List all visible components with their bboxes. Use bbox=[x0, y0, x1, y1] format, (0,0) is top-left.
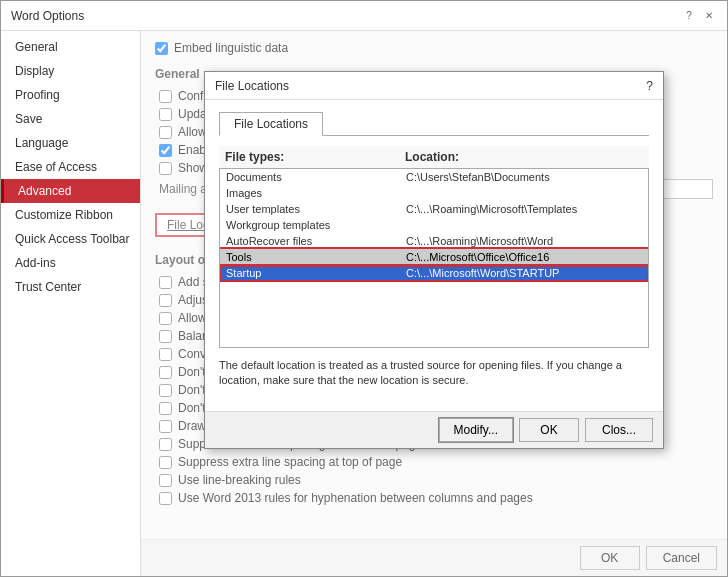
sidebar-item-trust-center[interactable]: Trust Center bbox=[1, 275, 140, 299]
dialog-tab-file-locations[interactable]: File Locations bbox=[219, 112, 323, 136]
title-bar-controls: ? ✕ bbox=[681, 8, 717, 24]
file-loc-images bbox=[406, 187, 642, 199]
sidebar-item-save[interactable]: Save bbox=[1, 107, 140, 131]
file-type-documents: Documents bbox=[226, 171, 406, 183]
file-type-startup: Startup bbox=[226, 267, 406, 279]
col-location-header: Location: bbox=[405, 150, 643, 164]
file-type-user-templates: User templates bbox=[226, 203, 406, 215]
file-loc-startup: C:\...\Microsoft\Word\STARTUP bbox=[406, 267, 642, 279]
sidebar-item-quick-access[interactable]: Quick Access Toolbar bbox=[1, 227, 140, 251]
file-row-workgroup-templates[interactable]: Workgroup templates bbox=[220, 217, 648, 233]
file-type-tools: Tools bbox=[226, 251, 406, 263]
sidebar: General Display Proofing Save Language E… bbox=[1, 31, 141, 576]
dialog-help-button[interactable]: ? bbox=[646, 79, 653, 93]
sidebar-item-language[interactable]: Language bbox=[1, 131, 140, 155]
dialog-title-bar: File Locations ? bbox=[205, 72, 663, 100]
file-loc-user-templates: C:\...\Roaming\Microsoft\Templates bbox=[406, 203, 642, 215]
dialog-ok-button[interactable]: OK bbox=[519, 418, 579, 442]
sidebar-item-proofing[interactable]: Proofing bbox=[1, 83, 140, 107]
col-type-header: File types: bbox=[225, 150, 405, 164]
content-area: General Display Proofing Save Language E… bbox=[1, 31, 727, 576]
dialog-footer: Modify... OK Clos... bbox=[205, 411, 663, 448]
file-types-header: File types: Location: bbox=[219, 146, 649, 168]
word-options-window: Word Options ? ✕ General Display Proofin… bbox=[0, 0, 728, 577]
dialog-body: File Locations File types: Location: Doc… bbox=[205, 100, 663, 411]
file-loc-tools: C:\...Microsoft\Office\Office16 bbox=[406, 251, 642, 263]
modify-button[interactable]: Modify... bbox=[439, 418, 513, 442]
dialog-overlay: File Locations ? File Locations File typ… bbox=[141, 31, 727, 576]
file-loc-autorecover: C:\...\Roaming\Microsoft\Word bbox=[406, 235, 642, 247]
dialog-close-button[interactable]: Clos... bbox=[585, 418, 653, 442]
sidebar-item-general[interactable]: General bbox=[1, 35, 140, 59]
sidebar-item-advanced[interactable]: Advanced bbox=[1, 179, 140, 203]
file-type-autorecover: AutoRecover files bbox=[226, 235, 406, 247]
file-row-autorecover[interactable]: AutoRecover files C:\...\Roaming\Microso… bbox=[220, 233, 648, 249]
sidebar-item-addins[interactable]: Add-ins bbox=[1, 251, 140, 275]
dialog-title: File Locations bbox=[215, 79, 289, 93]
dialog-note: The default location is treated as a tru… bbox=[219, 358, 649, 389]
file-row-user-templates[interactable]: User templates C:\...\Roaming\Microsoft\… bbox=[220, 201, 648, 217]
file-row-images[interactable]: Images bbox=[220, 185, 648, 201]
close-button[interactable]: ✕ bbox=[701, 8, 717, 24]
title-bar: Word Options ? ✕ bbox=[1, 1, 727, 31]
help-button[interactable]: ? bbox=[681, 8, 697, 24]
sidebar-item-display[interactable]: Display bbox=[1, 59, 140, 83]
file-loc-documents: C:\Users\StefanB\Documents bbox=[406, 171, 642, 183]
sidebar-item-ease-of-access[interactable]: Ease of Access bbox=[1, 155, 140, 179]
file-row-tools[interactable]: Tools C:\...Microsoft\Office\Office16 bbox=[220, 249, 648, 265]
file-type-images: Images bbox=[226, 187, 406, 199]
dialog-tabs: File Locations bbox=[219, 112, 649, 136]
file-type-workgroup-templates: Workgroup templates bbox=[226, 219, 406, 231]
file-loc-workgroup-templates bbox=[406, 219, 642, 231]
window-title: Word Options bbox=[11, 9, 84, 23]
file-row-documents[interactable]: Documents C:\Users\StefanB\Documents bbox=[220, 169, 648, 185]
file-row-startup[interactable]: Startup C:\...\Microsoft\Word\STARTUP bbox=[220, 265, 648, 281]
file-locations-dialog: File Locations ? File Locations File typ… bbox=[204, 71, 664, 449]
sidebar-item-customize-ribbon[interactable]: Customize Ribbon bbox=[1, 203, 140, 227]
main-panel: Embed linguistic data General Confirm fi… bbox=[141, 31, 727, 576]
file-list[interactable]: Documents C:\Users\StefanB\Documents Ima… bbox=[219, 168, 649, 348]
